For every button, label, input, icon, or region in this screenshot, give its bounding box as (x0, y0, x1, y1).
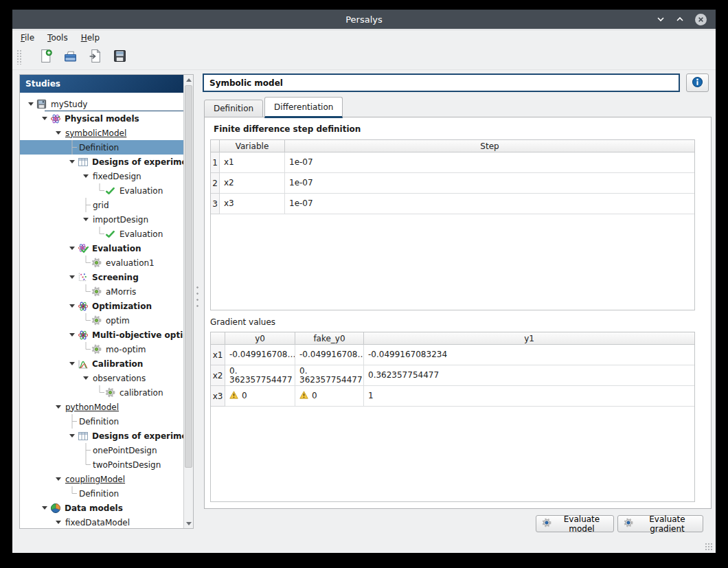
tree-item-importdesign[interactable]: importDesign (20, 212, 184, 227)
scrollbar-up-button[interactable] (184, 75, 193, 84)
tree-item-designs-of-experime[interactable]: Designs of experime… (20, 155, 184, 169)
expander-arrow-icon[interactable] (53, 472, 64, 486)
expander-arrow-icon[interactable] (39, 111, 50, 126)
scrollbar-thumb[interactable] (185, 85, 192, 468)
tree-item-couplingmodel[interactable]: couplingModel (20, 472, 184, 486)
shade-icon[interactable] (656, 14, 666, 24)
variable-cell[interactable]: x3 (220, 194, 285, 214)
doe-icon (78, 431, 91, 442)
step-cell[interactable]: 1e-07 (285, 152, 694, 173)
evaluation-icon (78, 243, 91, 254)
evaluate-model-label: Evaluate model (556, 514, 608, 534)
tree-item-evaluation[interactable]: Evaluation (20, 227, 184, 241)
expander-arrow-icon[interactable] (80, 371, 91, 385)
tree-item-calibration[interactable]: calibration (20, 385, 184, 400)
tree-item-label: onePointDesign (91, 446, 157, 455)
expander-arrow-icon[interactable] (67, 270, 78, 284)
import-script-button[interactable] (87, 49, 103, 65)
tree-item-evaluation[interactable]: Evaluation (20, 241, 184, 255)
studies-panel: Studies myStudyPhysical modelssymbolicMo… (19, 74, 194, 529)
cell-text: x1 (224, 158, 234, 167)
tree-item-label: importDesign (91, 215, 148, 225)
tree-item-label: Definition (78, 489, 119, 499)
expander-arrow-icon[interactable] (53, 515, 64, 529)
menu-tools[interactable]: Tools (46, 32, 69, 43)
tree-item-label: Screening (91, 273, 139, 282)
expander-arrow-icon[interactable] (39, 501, 50, 515)
tree-item-calibration[interactable]: Calibration (20, 356, 184, 371)
variable-cell[interactable]: x1 (220, 152, 285, 173)
tree-item-fixeddatamodel[interactable]: fixedDataModel (20, 515, 184, 529)
tree-item-definition[interactable]: Definition (20, 414, 184, 429)
menu-file[interactable]: File (19, 32, 36, 43)
step-cell[interactable]: 1e-07 (285, 173, 694, 194)
tree-item-pythonmodel[interactable]: pythonModel (20, 400, 184, 414)
cell-text: 0. 362357754477 (299, 367, 363, 385)
tree-item-definition[interactable]: Definition (20, 140, 184, 155)
scrollbar-down-button[interactable] (184, 519, 193, 528)
tree-item-multi-objective-optim[interactable]: Multi-objective optim… (20, 328, 184, 342)
tree-item-label: twoPointsDesign (91, 460, 161, 470)
info-button[interactable] (686, 73, 709, 92)
tree-item-label: symbolicModel (64, 128, 126, 138)
step-cell[interactable]: 1e-07 (285, 194, 694, 214)
tree-item-optimization[interactable]: Optimization (20, 299, 184, 313)
tree-scrollbar[interactable] (183, 75, 193, 528)
unshade-icon[interactable] (675, 14, 685, 24)
expander-arrow-icon[interactable] (80, 169, 91, 183)
branch-line (67, 140, 78, 155)
variable-cell[interactable]: x2 (220, 173, 285, 194)
model-name-input[interactable] (203, 73, 680, 92)
expander-arrow-icon[interactable] (80, 212, 91, 227)
tab-definition[interactable]: Definition (204, 100, 263, 117)
expander-arrow-icon[interactable] (53, 400, 64, 414)
expander-arrow-icon[interactable] (67, 241, 78, 255)
tree-item-mo-optim[interactable]: mo-optim (20, 342, 184, 356)
expander-arrow-icon[interactable] (67, 155, 78, 169)
expander-arrow-icon[interactable] (25, 97, 36, 111)
tab-differentiation[interactable]: Differentiation (264, 97, 343, 118)
tree-item-onepointdesign[interactable]: onePointDesign (20, 443, 184, 457)
tree-item-definition[interactable]: Definition (20, 486, 184, 501)
tree-item-grid[interactable]: grid (20, 198, 184, 212)
new-study-button[interactable] (37, 49, 54, 65)
evaluate-gradient-button[interactable]: Evaluate gradient (617, 515, 703, 532)
tree-item-amorris[interactable]: aMorris (20, 284, 184, 299)
tree-item-designs-of-experime[interactable]: Designs of experime… (20, 429, 184, 443)
window-resize-grip[interactable] (705, 543, 712, 550)
expander-arrow-icon[interactable] (67, 328, 78, 342)
menu-help[interactable]: Help (80, 32, 101, 43)
branch-line (94, 183, 105, 198)
tree-item-observations[interactable]: observations (20, 371, 184, 385)
cell-text: -0.049916708… (299, 350, 364, 359)
evaluate-model-button[interactable]: Evaluate model (536, 515, 614, 532)
tree-item-optim[interactable]: optim (20, 313, 184, 328)
expander-arrow-icon[interactable] (67, 299, 78, 313)
tree-item-data-models[interactable]: Data models (20, 501, 184, 515)
cell-text: 1e-07 (289, 199, 313, 208)
open-study-icon (63, 49, 78, 65)
tree-item-twopointsdesign[interactable]: twoPointsDesign (20, 457, 184, 472)
tree-item-screening[interactable]: Screening (20, 270, 184, 284)
tree-item-mystudy[interactable]: myStudy (20, 97, 184, 111)
tree-item-evaluation[interactable]: Evaluation (20, 183, 184, 198)
tree-item-fixeddesign[interactable]: fixedDesign (20, 169, 184, 183)
open-study-button[interactable] (62, 49, 78, 65)
tree-item-symbolicmodel[interactable]: symbolicModel (20, 126, 184, 140)
tree-item-physical-models[interactable]: Physical models (20, 111, 184, 126)
toolbar-drag-handle[interactable] (16, 49, 21, 65)
branch-line (80, 198, 91, 212)
expander-arrow-icon[interactable] (67, 429, 78, 443)
expander-arrow-icon[interactable] (53, 126, 64, 140)
warning-icon (229, 391, 238, 401)
tree-item-evaluation1[interactable]: evaluation1 (20, 255, 184, 270)
cell-text: 1 (368, 391, 374, 400)
titlebar[interactable]: Persalys (12, 10, 716, 29)
expander-arrow-icon[interactable] (67, 356, 78, 371)
panel-splitter-handle[interactable] (195, 284, 200, 309)
cell-text: 0 (312, 391, 317, 400)
tree-item-label: Evaluation (91, 244, 141, 253)
close-icon[interactable] (694, 13, 707, 26)
save-study-button[interactable] (111, 49, 128, 65)
gradient-cell: 0. 362357754477 (225, 365, 295, 386)
